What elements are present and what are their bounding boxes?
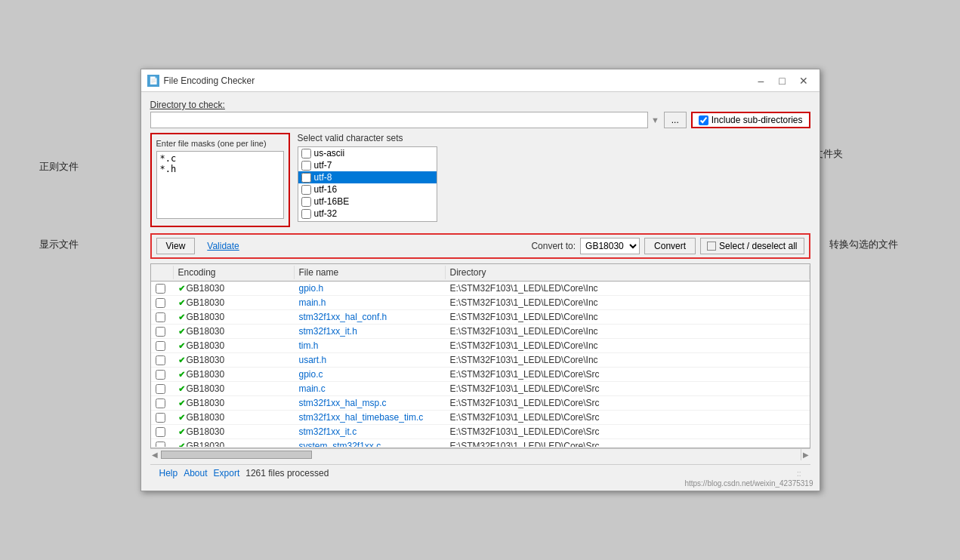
convert-to-label: Convert to: <box>531 241 576 251</box>
row-filename: main.c <box>295 382 446 395</box>
th-checkbox <box>151 266 174 279</box>
app-icon: 📄 <box>147 75 159 87</box>
charset-item-us-ascii[interactable]: us-ascii <box>298 147 437 159</box>
file-link[interactable]: usart.h <box>299 355 327 365</box>
titlebar-controls: – □ ✕ <box>752 73 813 88</box>
file-link[interactable]: stm32f1xx_hal_msp.c <box>299 398 387 408</box>
row-checkbox[interactable] <box>156 384 165 394</box>
row-filename: stm32f1xx_hal_conf.h <box>295 310 446 324</box>
table-row[interactable]: ✔GB18030stm32f1xx_hal_timebase_tim.cE:\S… <box>151 411 810 425</box>
row-checkbox[interactable] <box>156 427 165 437</box>
row-filename: main.h <box>295 296 446 309</box>
row-encoding: ✔GB18030 <box>174 325 295 338</box>
row-encoding: ✔GB18030 <box>174 296 295 309</box>
row-checkbox-cell <box>151 439 174 447</box>
masks-label: Enter file masks (one per line) <box>156 139 284 148</box>
file-link[interactable]: gpio.h <box>299 283 324 294</box>
view-button[interactable]: View <box>156 238 196 254</box>
file-link[interactable]: system_stm32f1xx.c <box>299 441 381 447</box>
table-body: ✔GB18030gpio.hE:\STM32F103\1_LED\LED\Cor… <box>151 282 810 447</box>
table-header: Encoding File name Directory <box>151 264 810 282</box>
file-link[interactable]: stm32f1xx_it.c <box>299 426 357 437</box>
row-checkbox-cell <box>151 310 174 324</box>
table-row[interactable]: ✔GB18030main.cE:\STM32F103\1_LED\LED\Cor… <box>151 382 810 396</box>
row-encoding: ✔GB18030 <box>174 439 295 447</box>
charset-item-utf16[interactable]: utf-16 <box>298 183 437 195</box>
row-encoding: ✔GB18030 <box>174 382 295 395</box>
file-link[interactable]: tim.h <box>299 340 319 351</box>
charset-item-utf32[interactable]: utf-32 <box>298 208 437 220</box>
scrollbar-thumb[interactable] <box>161 451 312 459</box>
charset-item-utf7[interactable]: utf-7 <box>298 159 437 171</box>
row-directory: E:\STM32F103\1_LED\LED\Core\Src <box>446 368 810 381</box>
browse-button[interactable]: ... <box>664 112 687 128</box>
file-link[interactable]: stm32f1xx_hal_conf.h <box>299 312 387 322</box>
row-checkbox[interactable] <box>156 298 165 308</box>
row-filename: tim.h <box>295 339 446 352</box>
subdir-checkbox[interactable] <box>699 115 708 125</box>
row-checkbox-cell <box>151 396 174 410</box>
convert-button[interactable]: Convert <box>644 238 696 254</box>
valid-check-icon: ✔ <box>178 327 185 337</box>
file-table: Encoding File name Directory ✔GB18030gpi… <box>150 263 810 448</box>
file-link[interactable]: main.c <box>299 383 326 394</box>
row-filename: usart.h <box>295 353 446 367</box>
table-row[interactable]: ✔GB18030stm32f1xx_it.cE:\STM32F103\1_LED… <box>151 425 810 439</box>
th-directory: Directory <box>446 266 810 279</box>
directory-input[interactable]: E:\STM32F103\1_LED\LED <box>150 112 648 128</box>
charset-scroll-container: us-ascii utf-7 utf-8 utf-16 utf-16BE <box>298 146 449 222</box>
row-checkbox[interactable] <box>156 327 165 337</box>
valid-check-icon: ✔ <box>178 384 185 394</box>
maximize-button[interactable]: □ <box>773 73 792 88</box>
row-checkbox[interactable] <box>156 341 165 351</box>
file-link[interactable]: gpio.c <box>299 369 323 380</box>
directory-section: Directory to check: E:\STM32F103\1_LED\L… <box>150 100 810 128</box>
charset-listbox[interactable]: us-ascii utf-7 utf-8 utf-16 utf-16BE <box>298 146 437 222</box>
table-row[interactable]: ✔GB18030gpio.hE:\STM32F103\1_LED\LED\Cor… <box>151 282 810 296</box>
export-link[interactable]: Export <box>214 468 240 478</box>
file-link[interactable]: stm32f1xx_it.h <box>299 326 357 337</box>
valid-check-icon: ✔ <box>178 355 185 365</box>
table-row[interactable]: ✔GB18030usart.hE:\STM32F103\1_LED\LED\Co… <box>151 353 810 368</box>
select-all-button[interactable]: Select / deselect all <box>700 238 804 254</box>
url-hint: https://blog.csdn.net/weixin_42375319 <box>684 479 813 488</box>
titlebar-left: 📄 File Encoding Checker <box>147 75 255 87</box>
close-button[interactable]: ✕ <box>794 73 813 88</box>
convert-to-select[interactable]: GB18030 UTF-8 UTF-16 US-ASCII <box>580 238 640 254</box>
validate-button[interactable]: Validate <box>199 238 246 254</box>
row-checkbox[interactable] <box>156 312 165 322</box>
table-row[interactable]: ✔GB18030stm32f1xx_it.hE:\STM32F103\1_LED… <box>151 325 810 339</box>
row-encoding: ✔GB18030 <box>174 368 295 381</box>
row-checkbox-cell <box>151 353 174 367</box>
minimize-button[interactable]: – <box>752 73 771 88</box>
charset-item-utf16be[interactable]: utf-16BE <box>298 195 437 208</box>
row-encoding: ✔GB18030 <box>174 353 295 367</box>
horizontal-scrollbar[interactable]: ◀ ▶ <box>150 448 810 460</box>
table-row[interactable]: ✔GB18030stm32f1xx_hal_conf.hE:\STM32F103… <box>151 310 810 325</box>
file-link[interactable]: stm32f1xx_hal_timebase_tim.c <box>299 412 424 423</box>
valid-check-icon: ✔ <box>178 370 185 380</box>
table-row[interactable]: ✔GB18030tim.hE:\STM32F103\1_LED\LED\Core… <box>151 339 810 353</box>
table-row[interactable]: ✔GB18030system_stm32f1xx.cE:\STM32F103\1… <box>151 439 810 447</box>
masks-textarea[interactable]: *.c *.h <box>156 151 284 219</box>
table-row[interactable]: ✔GB18030main.hE:\STM32F103\1_LED\LED\Cor… <box>151 296 810 310</box>
table-row[interactable]: ✔GB18030gpio.cE:\STM32F103\1_LED\LED\Cor… <box>151 368 810 382</box>
row-directory: E:\STM32F103\1_LED\LED\Core\Src <box>446 439 810 447</box>
row-encoding: ✔GB18030 <box>174 396 295 410</box>
resize-handle: :: <box>797 469 801 478</box>
row-checkbox[interactable] <box>156 370 165 380</box>
row-checkbox[interactable] <box>156 284 165 294</box>
file-link[interactable]: main.h <box>299 297 326 308</box>
charset-item-utf8[interactable]: utf-8 <box>298 171 437 183</box>
row-checkbox[interactable] <box>156 442 165 448</box>
help-link[interactable]: Help <box>159 468 178 478</box>
about-link[interactable]: About <box>184 468 207 478</box>
valid-check-icon: ✔ <box>178 442 185 448</box>
row-checkbox[interactable] <box>156 355 165 365</box>
subdir-label: Include sub-directories <box>712 115 803 125</box>
row-checkbox[interactable] <box>156 413 165 423</box>
row-directory: E:\STM32F103\1_LED\LED\Core\Inc <box>446 353 810 367</box>
row-checkbox-cell <box>151 325 174 338</box>
row-checkbox[interactable] <box>156 398 165 408</box>
table-row[interactable]: ✔GB18030stm32f1xx_hal_msp.cE:\STM32F103\… <box>151 396 810 411</box>
